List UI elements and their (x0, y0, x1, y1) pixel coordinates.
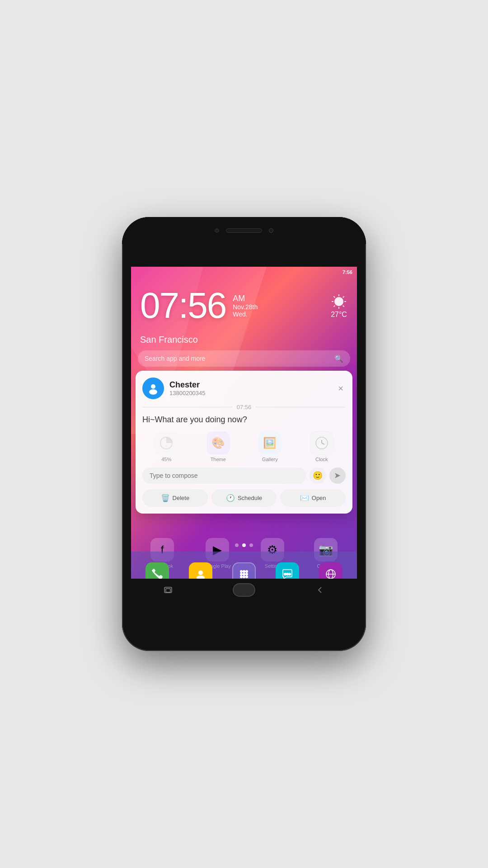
svg-point-21 (240, 573, 243, 576)
emoji-button[interactable]: 🙂 (310, 467, 326, 484)
schedule-label: Schedule (238, 495, 262, 501)
search-icon[interactable]: 🔍 (334, 354, 343, 363)
svg-point-26 (245, 576, 248, 578)
weather-temp: 27°C (331, 311, 347, 319)
weather-sun-icon (330, 292, 348, 311)
clock-details: AM Nov.28th Wed. (233, 294, 258, 318)
svg-point-25 (243, 576, 245, 578)
clock-icon-box (310, 431, 333, 455)
notification-card: Chester 13800200345 × 07:56 Hi~What are … (136, 371, 352, 514)
svg-point-9 (151, 384, 155, 389)
time-divider-left (142, 407, 232, 407)
svg-point-19 (243, 570, 245, 573)
open-label: Open (312, 495, 326, 501)
weather-widget: 27°C (330, 292, 348, 319)
app-icon-gallery[interactable]: 🖼️ Gallery (246, 431, 294, 462)
send-button[interactable] (329, 467, 346, 484)
compose-input[interactable] (142, 467, 306, 484)
contact-avatar (142, 377, 164, 399)
message-time: 07:56 (237, 404, 252, 410)
status-bar: 7:56 (131, 267, 357, 278)
svg-line-6 (343, 306, 344, 307)
front-camera-icon (215, 228, 219, 233)
delete-button[interactable]: 🗑️ Delete (142, 489, 208, 507)
status-bar-time: 7:56 (343, 269, 352, 275)
phone-top-bar (122, 217, 366, 244)
page-dot-1[interactable] (235, 543, 239, 547)
svg-point-16 (198, 571, 203, 575)
bottom-nav-bar (131, 579, 357, 601)
app-icon-percent[interactable]: 45% (142, 431, 191, 462)
nav-recents-button[interactable] (159, 581, 177, 599)
notification-info: Chester 13800200345 (169, 380, 336, 396)
contact-name: Chester (169, 380, 336, 390)
time-divider-right (256, 407, 346, 407)
app-icon-clock[interactable]: Clock (298, 431, 346, 462)
svg-point-29 (288, 573, 291, 576)
svg-point-0 (334, 297, 343, 306)
svg-point-10 (149, 389, 157, 395)
svg-point-23 (245, 573, 248, 576)
svg-line-5 (334, 297, 335, 298)
page-dots (131, 543, 357, 547)
theme-label: Theme (211, 457, 226, 462)
notification-message: Hi~What are you doing now? (142, 415, 346, 425)
notification-close-button[interactable]: × (336, 381, 346, 396)
clock-date-line1: Nov.28th (233, 303, 258, 311)
gallery-label: Gallery (262, 457, 278, 462)
speaker-icon (226, 228, 262, 233)
svg-line-14 (322, 443, 324, 444)
app-icon-theme[interactable]: 🎨 Theme (194, 431, 243, 462)
contact-number: 13800200345 (169, 390, 336, 396)
open-icon: ✉️ (300, 494, 309, 502)
gallery-icon-box: 🖼️ (258, 431, 282, 455)
clock-ampm: AM (233, 294, 258, 303)
clock-label: Clock (315, 457, 328, 462)
delete-label: Delete (173, 495, 190, 501)
theme-icon-box: 🎨 (206, 431, 230, 455)
notification-header: Chester 13800200345 × (142, 377, 346, 399)
schedule-icon: 🕐 (226, 494, 235, 502)
svg-rect-34 (166, 589, 170, 592)
percent-label: 45% (161, 457, 171, 462)
page-dot-2[interactable] (242, 543, 246, 547)
clock-widget: 07:56 AM Nov.28th Wed. (140, 285, 348, 326)
action-buttons: 🗑️ Delete 🕐 Schedule ✉️ Open (142, 489, 346, 507)
svg-marker-15 (335, 473, 340, 478)
page-dot-3[interactable] (249, 543, 253, 547)
open-button[interactable]: ✉️ Open (280, 489, 346, 507)
percent-icon (155, 431, 178, 455)
phone-screen: 7:56 07:56 AM Nov.28th Wed. (131, 244, 357, 624)
compose-row: 🙂 (142, 467, 346, 484)
phone-device: 7:56 07:56 AM Nov.28th Wed. (122, 217, 366, 651)
svg-point-24 (240, 576, 243, 578)
home-screen: 7:56 07:56 AM Nov.28th Wed. (131, 267, 357, 601)
message-time-row: 07:56 (142, 404, 346, 410)
app-icons-row: 45% 🎨 Theme 🖼️ Gallery (142, 431, 346, 462)
schedule-button[interactable]: 🕐 Schedule (211, 489, 277, 507)
clock-date-line2: Wed. (233, 311, 258, 318)
nav-back-button[interactable] (311, 581, 329, 599)
search-bar[interactable]: Search app and more 🔍 (138, 350, 350, 367)
svg-line-8 (334, 306, 335, 307)
clock-city: San Francisco (140, 335, 198, 345)
search-placeholder: Search app and more (145, 355, 334, 362)
svg-point-20 (245, 570, 248, 573)
clock-time-display: 07:56 (140, 285, 226, 326)
svg-point-18 (240, 570, 243, 573)
svg-point-22 (243, 573, 245, 576)
delete-icon: 🗑️ (161, 494, 170, 502)
nav-home-button[interactable] (233, 583, 255, 597)
back-camera-icon (269, 228, 273, 233)
svg-line-7 (343, 297, 344, 298)
